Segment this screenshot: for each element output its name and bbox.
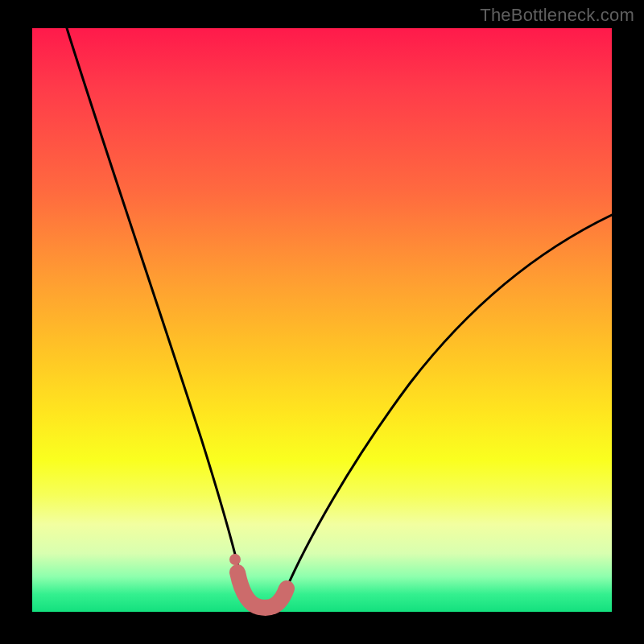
attribution-text: TheBottleneck.com (480, 5, 634, 26)
curve-overlay (32, 28, 612, 612)
outer-frame: TheBottleneck.com (0, 0, 644, 644)
curve-left-branch (67, 28, 243, 588)
curve-right-branch (285, 215, 612, 592)
valley-highlight (237, 572, 287, 608)
left-dot-marker (229, 554, 241, 565)
